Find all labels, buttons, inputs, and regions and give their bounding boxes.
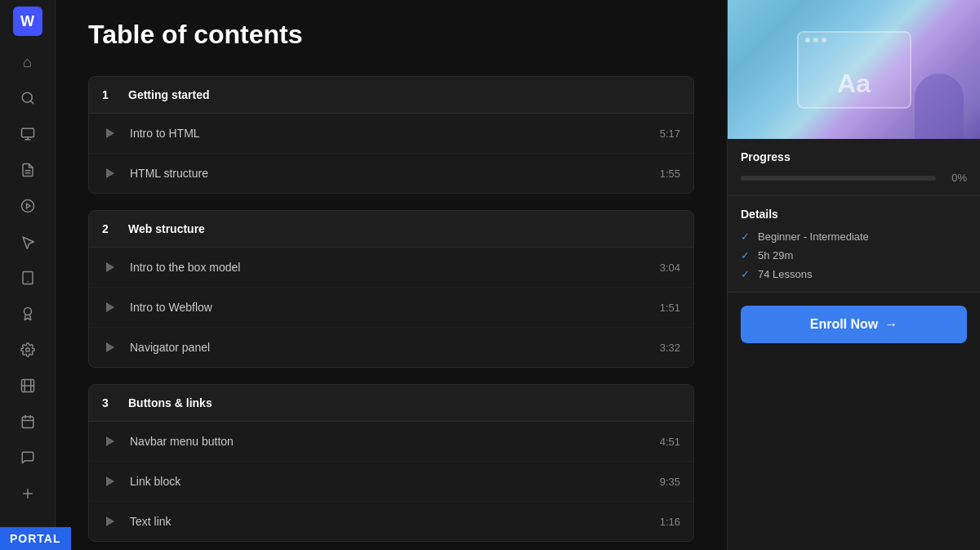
sections-container: 1Getting startedIntro to HTML5:17HTML st… — [88, 76, 694, 550]
lesson-row[interactable]: Intro to the box model3:04 — [89, 248, 693, 288]
section-3: 3Buttons & linksNavbar menu button4:51Li… — [88, 384, 694, 542]
page-title: Table of contents — [88, 20, 694, 50]
play-icon — [102, 299, 118, 315]
svg-marker-8 — [26, 203, 30, 208]
detail-text: 5h 29m — [758, 249, 793, 262]
progress-bar — [741, 176, 936, 181]
svg-rect-2 — [21, 128, 33, 137]
cursor-icon[interactable] — [11, 226, 44, 258]
lesson-row[interactable]: Text link1:16 — [89, 502, 693, 541]
play-circle-icon[interactable] — [11, 190, 44, 222]
section-number-2: 2 — [102, 222, 118, 235]
progress-bar-container: 0% — [741, 172, 967, 184]
thumbnail-aa-text: Aa — [837, 69, 871, 99]
lesson-duration: 5:17 — [660, 127, 680, 140]
section-header-1[interactable]: 1Getting started — [89, 77, 693, 114]
svg-line-1 — [30, 101, 33, 103]
play-icon — [102, 165, 118, 181]
document-icon[interactable] — [11, 154, 44, 186]
enroll-label: Enroll Now — [810, 317, 879, 332]
lesson-row[interactable]: Intro to Webflow1:51 — [89, 288, 693, 328]
detail-item: ✓5h 29m — [741, 249, 967, 262]
play-triangle-icon — [106, 436, 114, 446]
lesson-duration: 1:55 — [660, 168, 680, 180]
lesson-row[interactable]: Intro to HTML5:17 — [89, 114, 693, 154]
thumbnail-figure — [915, 74, 964, 139]
check-icon: ✓ — [741, 230, 750, 243]
lesson-title: Navbar menu button — [130, 435, 647, 448]
section-title-2: Web structure — [128, 222, 205, 235]
home-icon[interactable]: ⌂ — [11, 46, 44, 78]
lesson-duration: 9:35 — [660, 476, 680, 488]
film-icon[interactable] — [11, 369, 44, 402]
play-icon — [102, 339, 118, 355]
lesson-duration: 1:51 — [660, 302, 680, 314]
play-triangle-icon — [106, 516, 114, 526]
play-triangle-icon — [106, 476, 114, 486]
svg-point-12 — [25, 348, 29, 352]
svg-rect-17 — [22, 417, 33, 428]
section-title-3: Buttons & links — [128, 396, 212, 409]
add-icon[interactable] — [11, 477, 44, 510]
lesson-title: Intro to HTML — [130, 127, 647, 140]
lesson-duration: 3:04 — [660, 262, 680, 274]
lesson-row[interactable]: Link block9:35 — [89, 462, 693, 502]
detail-item: ✓74 Lessons — [741, 268, 967, 280]
play-icon — [102, 125, 118, 141]
lesson-duration: 4:51 — [660, 436, 680, 448]
lesson-title: Navigator panel — [130, 341, 647, 354]
settings-icon[interactable] — [11, 333, 44, 366]
enroll-arrow: → — [884, 317, 898, 332]
award-icon[interactable] — [11, 297, 44, 330]
lesson-duration: 3:32 — [660, 342, 680, 354]
detail-text: Beginner - Intermediate — [758, 230, 869, 243]
section-number-3: 3 — [102, 396, 118, 409]
calendar-icon[interactable] — [11, 405, 44, 438]
section-title-1: Getting started — [128, 88, 210, 101]
check-icon: ✓ — [741, 249, 750, 262]
chat-icon[interactable] — [11, 441, 44, 474]
lesson-duration: 1:16 — [660, 516, 680, 528]
lesson-row[interactable]: Navigator panel3:32 — [89, 328, 693, 367]
lesson-title: Text link — [130, 515, 647, 528]
lesson-title: HTML structure — [130, 167, 647, 180]
play-triangle-icon — [106, 262, 114, 272]
progress-percent: 0% — [944, 172, 967, 184]
section-1: 1Getting startedIntro to HTML5:17HTML st… — [88, 76, 694, 194]
dot-3 — [822, 38, 826, 42]
main-content: Table of contents 1Getting startedIntro … — [56, 0, 727, 550]
monitor-icon[interactable] — [11, 118, 44, 150]
search-icon[interactable] — [11, 82, 44, 114]
right-panel: Aa Progress 0% Details ✓Beginner - Inter… — [727, 0, 980, 550]
detail-item: ✓Beginner - Intermediate — [741, 230, 967, 243]
play-icon — [102, 259, 118, 275]
lesson-title: Intro to Webflow — [130, 301, 647, 314]
play-icon — [102, 513, 118, 530]
app-logo[interactable]: W — [13, 7, 42, 36]
check-icon: ✓ — [741, 268, 750, 280]
section-header-3[interactable]: 3Buttons & links — [89, 385, 693, 422]
lesson-row[interactable]: HTML structure1:55 — [89, 154, 693, 193]
details-items: ✓Beginner - Intermediate✓5h 29m✓74 Lesso… — [741, 230, 967, 280]
thumbnail-dots — [799, 33, 833, 47]
tablet-icon[interactable] — [11, 262, 44, 294]
section-number-1: 1 — [102, 88, 118, 101]
play-triangle-icon — [106, 168, 114, 178]
sidebar: W ⌂ — [0, 0, 56, 550]
dot-2 — [813, 38, 818, 42]
lesson-title: Intro to the box model — [130, 261, 647, 274]
dot-1 — [805, 38, 810, 42]
play-icon — [102, 433, 118, 449]
play-triangle-icon — [106, 302, 114, 312]
section-2: 2Web structureIntro to the box model3:04… — [88, 210, 694, 368]
section-header-2[interactable]: 2Web structure — [89, 211, 693, 248]
enroll-button[interactable]: Enroll Now → — [741, 306, 967, 343]
progress-section: Progress 0% — [728, 139, 980, 196]
portal-badge: PORTAL — [0, 527, 71, 550]
svg-point-7 — [21, 200, 33, 212]
play-triangle-icon — [106, 342, 114, 352]
course-thumbnail: Aa — [728, 0, 980, 139]
lesson-row[interactable]: Navbar menu button4:51 — [89, 422, 693, 462]
play-triangle-icon — [106, 128, 114, 138]
progress-label: Progress — [741, 150, 967, 163]
